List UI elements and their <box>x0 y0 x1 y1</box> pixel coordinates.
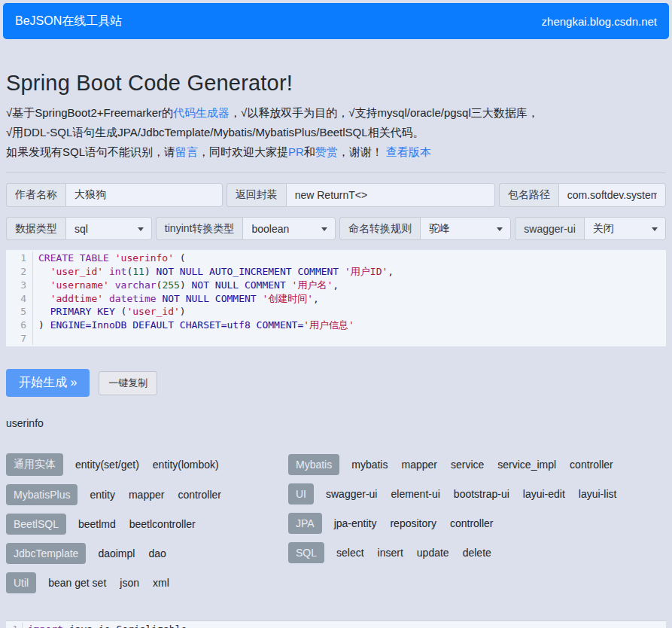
intro-text: √基于SpringBoot2+Freemarker的代码生成器，√以释放双手为目… <box>6 103 666 161</box>
group-badge: Util <box>6 572 36 593</box>
divider <box>6 172 666 173</box>
package-path-label: 包名路径 <box>499 183 558 207</box>
data-type-value: sql <box>74 223 88 235</box>
template-link[interactable]: entity(lombok) <box>153 459 219 471</box>
form-row-1: 作者名称 返回封装 包名路径 <box>6 183 666 207</box>
page-title: Spring Boot Code Generator! <box>6 71 666 96</box>
template-link[interactable]: swagger-ui <box>326 488 377 500</box>
author-name-input[interactable] <box>65 183 223 207</box>
table-name-label: userinfo <box>6 417 666 429</box>
template-link[interactable]: mapper <box>401 459 436 471</box>
group-badge: 通用实体 <box>6 453 63 476</box>
groups-left-column: 通用实体entity(set/get)entity(lombok)Mybatis… <box>6 453 288 601</box>
chevron-down-icon <box>497 227 503 231</box>
pr-link[interactable]: PR <box>288 145 304 158</box>
intro-line3-d: ，谢谢！ <box>338 145 386 158</box>
group-badge: SQL <box>288 542 324 563</box>
line-number: 2 <box>6 265 33 279</box>
tinyint-type-select[interactable]: boolean <box>242 217 336 240</box>
template-link[interactable]: repository <box>390 517 436 529</box>
site-link[interactable]: zhengkai.blog.csdn.net <box>542 15 657 28</box>
line-number: 7 <box>6 332 33 346</box>
template-link[interactable]: daoimpl <box>98 547 135 559</box>
generator-group: BeetlSQLbeetlmdbeetlcontroller <box>6 513 288 535</box>
tinyint-type-field: tinyint转换类型 boolean <box>156 217 336 240</box>
intro-line3-a: 如果发现有SQL语句不能识别，请 <box>6 145 175 158</box>
intro-line1-a: √基于SpringBoot2+Freemarker的 <box>6 106 173 119</box>
swagger-ui-value: 关闭 <box>593 222 614 236</box>
group-badge: MybatisPlus <box>6 484 78 505</box>
code-line: 'user_id' int(11) NOT NULL AUTO_INCREMEN… <box>33 265 394 279</box>
generate-button[interactable]: 开始生成 » <box>6 369 90 397</box>
naming-rule-field: 命名转换规则 驼峰 <box>339 217 511 240</box>
code-line <box>33 332 38 346</box>
donate-link[interactable]: 赞赏 <box>315 145 338 158</box>
line-number: 6 <box>6 319 33 332</box>
groups-right-column: Mybatismybatismapperserviceservice_implc… <box>288 453 666 571</box>
package-path-input[interactable] <box>558 183 666 207</box>
template-link[interactable]: beetlmd <box>78 518 116 530</box>
group-badge: JPA <box>288 513 322 534</box>
data-type-select[interactable]: sql <box>65 217 152 240</box>
return-wrapper-field: 返回封装 <box>227 183 495 207</box>
template-link[interactable]: delete <box>463 547 491 559</box>
output-code-editor[interactable]: 1import java.io.Serializable;2import lom… <box>6 620 666 628</box>
sql-editor[interactable]: 1CREATE TABLE 'userinfo' (2 'user_id' in… <box>6 250 666 346</box>
intro-line3-c: 和 <box>304 145 315 158</box>
template-link[interactable]: xml <box>153 577 169 589</box>
intro-line1-b: ，√以释放双手为目的，√支持mysql/oracle/pgsql三大数据库， <box>230 106 539 119</box>
form-row-2: 数据类型 sql tinyint转换类型 boolean 命名转换规则 驼峰 s… <box>6 217 666 240</box>
template-link[interactable]: entity(set/get) <box>75 459 139 471</box>
code-line: 'username' varchar(255) NOT NULL COMMENT… <box>33 279 339 292</box>
naming-rule-value: 驼峰 <box>429 222 450 236</box>
chevron-down-icon <box>652 227 658 231</box>
intro-line3-b: ，同时欢迎大家提 <box>198 145 288 158</box>
leave-message-link[interactable]: 留言 <box>175 145 198 158</box>
actions-row: 开始生成 » 一键复制 <box>6 369 666 397</box>
template-link[interactable]: layui-edit <box>523 488 565 500</box>
template-link[interactable]: insert <box>378 547 403 559</box>
brand-title[interactable]: BeJSON在线工具站 <box>15 14 122 29</box>
template-link[interactable]: update <box>417 547 449 559</box>
template-link[interactable]: element-ui <box>391 488 439 500</box>
template-link[interactable]: beetlcontroller <box>129 518 196 530</box>
template-link[interactable]: jpa-entity <box>334 517 377 529</box>
template-link[interactable]: mybatis <box>351 459 388 471</box>
header-bar: BeJSON在线工具站 zhengkai.blog.csdn.net <box>3 3 669 39</box>
template-link[interactable]: entity <box>90 489 114 501</box>
template-link[interactable]: mapper <box>129 489 164 501</box>
template-link[interactable]: select <box>336 547 364 559</box>
template-link[interactable]: controller <box>450 517 494 529</box>
naming-rule-select[interactable]: 驼峰 <box>420 217 511 240</box>
chevron-down-icon <box>321 227 327 231</box>
template-link[interactable]: controller <box>178 489 221 501</box>
code-line: import java.io.Serializable; <box>23 623 193 628</box>
template-link[interactable]: service_impl <box>497 459 556 471</box>
template-link[interactable]: layui-list <box>579 488 617 500</box>
return-wrapper-input[interactable] <box>286 183 495 207</box>
main-content: Spring Boot Code Generator! √基于SpringBoo… <box>0 71 672 628</box>
view-version-link[interactable]: 查看版本 <box>386 145 431 158</box>
chevron-down-icon <box>138 227 144 231</box>
tinyint-type-label: tinyint转换类型 <box>156 217 243 240</box>
template-link[interactable]: dao <box>148 547 166 559</box>
template-link[interactable]: bootstrap-ui <box>454 488 509 500</box>
template-link[interactable]: service <box>451 459 484 471</box>
template-link[interactable]: controller <box>570 459 613 471</box>
data-type-label: 数据类型 <box>6 217 65 240</box>
copy-button[interactable]: 一键复制 <box>99 371 157 395</box>
generator-group: JdbcTemplatedaoimpldao <box>6 542 288 564</box>
generator-group: UIswagger-uielement-uibootstrap-uilayui-… <box>288 483 666 505</box>
code-line: 'addtime' datetime NOT NULL COMMENT '创建时… <box>33 292 319 306</box>
template-link[interactable]: json <box>120 577 139 589</box>
generator-group: JPAjpa-entityrepositorycontroller <box>288 512 666 534</box>
template-link[interactable]: bean get set <box>48 577 106 589</box>
author-name-field: 作者名称 <box>6 183 223 207</box>
code-generator-link[interactable]: 代码生成器 <box>173 106 230 119</box>
package-path-field: 包名路径 <box>499 183 666 207</box>
line-number: 3 <box>6 279 33 292</box>
line-number: 1 <box>6 252 33 265</box>
swagger-ui-select[interactable]: 关闭 <box>584 217 666 240</box>
line-number: 1 <box>6 623 23 628</box>
code-line: PRIMARY KEY ('user_id') <box>33 305 186 319</box>
